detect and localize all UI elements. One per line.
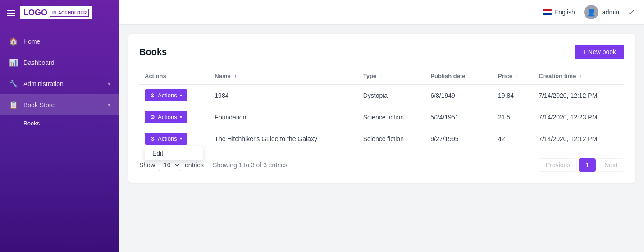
bookstore-icon: 📋 xyxy=(9,101,18,109)
logo-area: LOGO PLACEHOLDER xyxy=(0,0,119,26)
row2-name: Foundation xyxy=(209,106,357,128)
row2-actions-dropdown: ⚙ Actions ▾ xyxy=(145,111,187,123)
gear-icon: ⚙ xyxy=(150,114,155,120)
row1-creation-time: 7/14/2020, 12:12 PM xyxy=(533,84,624,106)
language-selector[interactable]: English xyxy=(543,9,575,16)
show-label: Show xyxy=(139,161,155,169)
sidebar-item-administration[interactable]: 🔧 Administration ▾ xyxy=(0,73,119,94)
sidebar-item-books[interactable]: Books xyxy=(0,115,119,131)
username-label: admin xyxy=(602,9,619,16)
sidebar: LOGO PLACEHOLDER 🏠 Home 📊 Dashboard 🔧 Ad… xyxy=(0,0,119,252)
bookstore-arrow-icon: ▾ xyxy=(108,102,110,108)
logo: LOGO PLACEHOLDER xyxy=(20,6,92,19)
previous-button[interactable]: Previous xyxy=(539,158,577,172)
row1-actions-dropdown: ⚙ Actions ▾ xyxy=(145,89,187,101)
new-book-button[interactable]: + New book xyxy=(575,45,624,59)
books-card: Books + New book Actions Name ↑ Type xyxy=(128,34,635,183)
row3-edit-item[interactable]: Edit xyxy=(145,146,203,160)
table-row: ⚙ Actions ▾ Edit The Hitchhiker's Guide … xyxy=(139,128,624,150)
type-sort-icon: ↕ xyxy=(380,73,383,79)
showing-info: Showing 1 to 3 of 3 entries xyxy=(213,161,288,169)
price-sort-icon: ↕ xyxy=(516,73,519,79)
sidebar-item-bookstore-label: Book Store xyxy=(23,101,102,109)
name-sort-icon: ↑ xyxy=(234,73,237,79)
table-row: ⚙ Actions ▾ Foundation Science fiction 5… xyxy=(139,106,624,128)
gear-icon: ⚙ xyxy=(150,136,155,142)
row3-type: Science fiction xyxy=(358,128,425,150)
sidebar-item-home[interactable]: 🏠 Home xyxy=(0,31,119,52)
row3-dropdown-menu: Edit xyxy=(145,146,203,161)
sidebar-item-dashboard-label: Dashboard xyxy=(23,59,110,66)
col-price[interactable]: Price ↕ xyxy=(493,68,533,84)
sidebar-item-bookstore[interactable]: 📋 Book Store ▾ xyxy=(0,94,119,115)
row2-type: Science fiction xyxy=(358,106,425,128)
wrench-icon: 🔧 xyxy=(9,79,18,88)
main-area: English 👤 admin ⤢ Books + New book Actio… xyxy=(119,0,644,252)
col-name[interactable]: Name ↑ xyxy=(209,68,357,84)
sidebar-sub-books-label: Books xyxy=(23,120,40,127)
row2-publish-date: 5/24/1951 xyxy=(425,106,493,128)
row3-creation-time: 7/14/2020, 12:12 PM xyxy=(533,128,624,150)
row1-actions-cell: ⚙ Actions ▾ xyxy=(139,84,209,106)
row3-price: 42 xyxy=(493,128,533,150)
row2-creation-time: 7/14/2020, 12:23 PM xyxy=(533,106,624,128)
hamburger-icon[interactable] xyxy=(7,10,15,16)
gear-icon: ⚙ xyxy=(150,92,155,99)
page-1-button[interactable]: 1 xyxy=(579,158,596,172)
row3-publish-date: 9/27/1995 xyxy=(425,128,493,150)
user-menu[interactable]: 👤 admin xyxy=(584,5,619,19)
administration-arrow-icon: ▾ xyxy=(108,81,110,87)
table-header: Actions Name ↑ Type ↕ Publish date ↕ xyxy=(139,68,624,84)
sidebar-item-administration-label: Administration xyxy=(23,80,102,87)
row1-actions-button[interactable]: ⚙ Actions ▾ xyxy=(145,89,187,101)
caret-icon: ▾ xyxy=(180,115,182,119)
row3-actions-button[interactable]: ⚙ Actions ▾ xyxy=(145,133,187,145)
row1-publish-date: 6/8/1949 xyxy=(425,84,493,106)
table-body: ⚙ Actions ▾ 1984 Dystopia 6/8/1949 19.84… xyxy=(139,84,624,149)
content-area: Books + New book Actions Name ↑ Type xyxy=(119,25,644,252)
topbar: English 👤 admin ⤢ xyxy=(119,0,644,25)
logo-text: LOGO xyxy=(23,8,47,18)
caret-icon: ▾ xyxy=(180,93,182,98)
flag-icon xyxy=(543,9,552,15)
col-actions: Actions xyxy=(139,68,209,84)
expand-icon[interactable]: ⤢ xyxy=(628,7,635,17)
sidebar-nav: 🏠 Home 📊 Dashboard 🔧 Administration ▾ 📋 … xyxy=(0,26,119,252)
sidebar-item-dashboard[interactable]: 📊 Dashboard xyxy=(0,52,119,73)
row1-name: 1984 xyxy=(209,84,357,106)
row1-type: Dystopia xyxy=(358,84,425,106)
row2-actions-button[interactable]: ⚙ Actions ▾ xyxy=(145,111,187,123)
avatar: 👤 xyxy=(584,5,598,19)
caret-icon: ▾ xyxy=(180,136,182,141)
sidebar-item-home-label: Home xyxy=(23,38,110,45)
card-header: Books + New book xyxy=(139,45,624,59)
table-row: ⚙ Actions ▾ 1984 Dystopia 6/8/1949 19.84… xyxy=(139,84,624,106)
row3-name: The Hitchhiker's Guide to the Galaxy xyxy=(209,128,357,150)
creation-sort-icon: ↕ xyxy=(580,73,582,79)
col-creation-time[interactable]: Creation time ↕ xyxy=(533,68,624,84)
row2-actions-cell: ⚙ Actions ▾ xyxy=(139,106,209,128)
row3-actions-cell: ⚙ Actions ▾ Edit xyxy=(139,128,209,150)
table-footer: Show 10 25 50 entries Showing 1 to 3 of … xyxy=(139,158,624,172)
row2-price: 21.5 xyxy=(493,106,533,128)
language-label: English xyxy=(554,9,575,16)
books-table: Actions Name ↑ Type ↕ Publish date ↕ xyxy=(139,68,624,149)
publish-sort-icon: ↕ xyxy=(469,73,471,79)
row1-price: 19.84 xyxy=(493,84,533,106)
pagination: Previous 1 Next xyxy=(539,158,624,172)
row3-actions-dropdown: ⚙ Actions ▾ Edit xyxy=(145,133,187,145)
entries-label: entries xyxy=(185,161,204,169)
logo-placeholder: PLACEHOLDER xyxy=(50,9,89,17)
col-publish-date[interactable]: Publish date ↕ xyxy=(425,68,493,84)
next-button[interactable]: Next xyxy=(598,158,624,172)
home-icon: 🏠 xyxy=(9,37,18,46)
col-type[interactable]: Type ↕ xyxy=(358,68,425,84)
dashboard-icon: 📊 xyxy=(9,58,18,67)
page-title: Books xyxy=(139,47,167,57)
